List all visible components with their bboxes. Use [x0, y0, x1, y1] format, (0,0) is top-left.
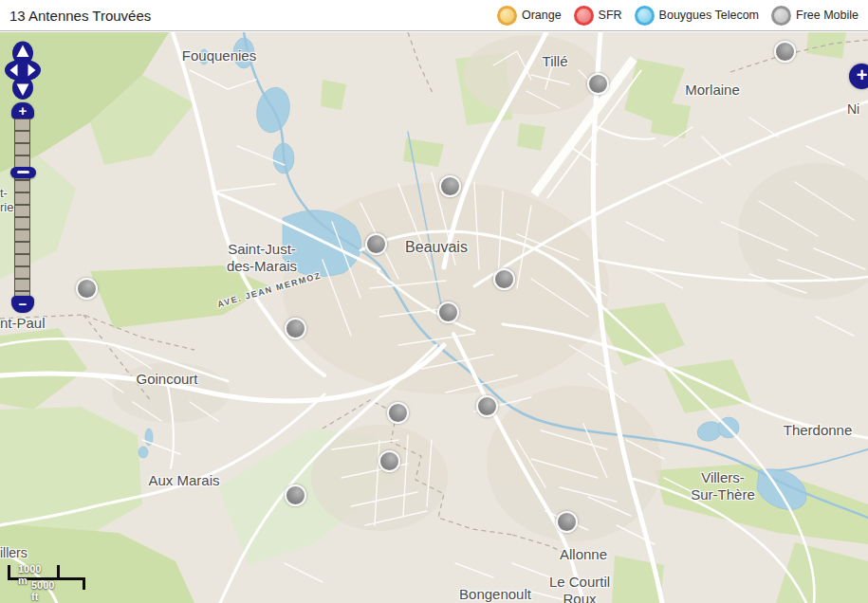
header: 13 Antennes Trouvées Orange SFR Bouygues… [0, 0, 868, 31]
zoom-slider: + − [10, 102, 36, 314]
antenna-marker[interactable] [556, 511, 578, 533]
antenna-marker[interactable] [437, 302, 459, 323]
legend-item[interactable]: Bouygues Telecom [635, 6, 759, 26]
antenna-marker[interactable] [493, 268, 515, 290]
antenna-marker[interactable] [439, 175, 461, 197]
zoom-in-button[interactable]: + [11, 102, 34, 119]
antenna-marker[interactable] [379, 450, 400, 472]
operator-dot-icon [574, 6, 594, 26]
page-title: 13 Antennes Trouvées [9, 8, 151, 24]
antenna-marker[interactable] [387, 402, 409, 424]
map-canvas[interactable]: FouqueniesTilléMorlaineNiSaint-Just-des-… [0, 32, 868, 603]
antenna-marker[interactable] [476, 395, 498, 417]
antenna-marker[interactable] [365, 233, 387, 255]
antenna-marker[interactable] [76, 278, 98, 300]
legend-item-label: SFR [599, 9, 622, 22]
legend: Orange SFR Bouygues Telecom Free Mobile [497, 6, 859, 26]
legend-item-label: Orange [522, 9, 562, 22]
legend-item-label: Bouygues Telecom [659, 9, 759, 22]
legend-item[interactable]: SFR [574, 6, 622, 26]
zoom-handle[interactable] [10, 167, 36, 178]
antenna-marker[interactable] [285, 318, 306, 339]
operator-dot-icon [497, 6, 517, 26]
legend-item-label: Free Mobile [796, 9, 859, 22]
operator-dot-icon [635, 6, 655, 26]
pan-control[interactable] [4, 41, 42, 100]
operator-dot-icon [771, 6, 791, 26]
map-tiles [0, 32, 868, 603]
pan-rosette-icon [4, 41, 42, 100]
legend-item[interactable]: Orange [497, 6, 562, 26]
legend-item[interactable]: Free Mobile [771, 6, 859, 26]
zoom-out-button[interactable]: − [11, 296, 34, 313]
expand-plus-button[interactable]: + [849, 64, 868, 89]
zoom-track[interactable] [14, 119, 30, 297]
antenna-marker[interactable] [587, 73, 609, 95]
antenna-marker[interactable] [774, 41, 796, 63]
antenna-marker[interactable] [285, 484, 306, 506]
